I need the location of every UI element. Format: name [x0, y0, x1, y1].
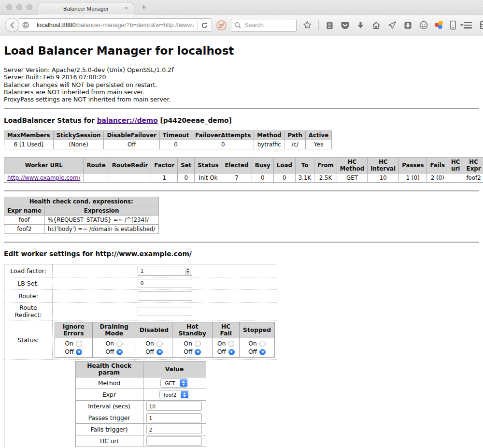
route-label: Route:: [4, 290, 53, 303]
load-factor-value: 1: [138, 268, 185, 274]
passes-trigger-label: Passes trigger: [75, 412, 143, 424]
status-cell-draining-mode: OnOff: [92, 338, 136, 358]
search-bar[interactable]: [231, 19, 297, 32]
radio-hot-standby-off[interactable]: [195, 349, 201, 355]
send-plane-icon[interactable]: [387, 20, 397, 30]
radio-hc-fail-on[interactable]: [228, 341, 234, 347]
server-info-line: Server Version: Apache/2.5.0-dev (Unix) …: [4, 66, 479, 73]
worker-header-load: Load: [273, 158, 295, 173]
stepper-icon[interactable]: [185, 267, 191, 275]
expr-value: hc('body') =~ /domain is established/: [44, 225, 158, 234]
expr-name: foof2: [4, 225, 45, 234]
radio-draining-mode-on[interactable]: [116, 341, 123, 347]
hc-expr-header-row: Expr nameExpression: [4, 206, 159, 216]
radio-hot-standby-on[interactable]: [195, 341, 201, 347]
globe-icon[interactable]: [22, 21, 29, 29]
balancer-header-timeout: Timeout: [159, 131, 192, 140]
status-cell-disabled: OnOff: [136, 338, 172, 358]
content-block-icon[interactable]: [216, 20, 227, 31]
colored-dots-icon[interactable]: [435, 21, 443, 29]
download-arrow-icon[interactable]: [356, 21, 365, 30]
hc-param-row-method: MethodGET: [75, 377, 206, 389]
tab-groups-icon[interactable]: [479, 20, 483, 30]
reload-icon[interactable]: [201, 22, 208, 29]
radio-label: Off: [145, 348, 154, 355]
passes-trigger-input[interactable]: [146, 413, 202, 422]
edit-worker-form: Load factor:1LB Set:Route:Route Redirect…: [4, 264, 277, 448]
caret-down-icon[interactable]: [460, 24, 464, 27]
url-domain: localhost:8880: [37, 22, 76, 29]
radio-draining-mode-off[interactable]: [116, 349, 123, 355]
radio-label: Off: [248, 348, 257, 355]
url-text[interactable]: localhost:8880/balancer-manager?b=demo&w…: [37, 22, 194, 29]
browser-window: Balancer Manager × + localhost:8880/bala…: [0, 0, 483, 448]
health-check-table: Health Check paramValue MethodGETExprfoo…: [75, 361, 206, 447]
radio-stopped-off[interactable]: [259, 349, 266, 355]
window-controls: [6, 4, 32, 10]
balancer-header-stickysession: StickySession: [53, 131, 104, 140]
server-info: Server Version: Apache/2.5.0-dev (Unix) …: [4, 66, 479, 103]
url-divider: [197, 21, 198, 29]
hc-param-row-fails-trigger: Fails trigger): [75, 424, 206, 435]
close-window-button[interactable]: [6, 4, 12, 10]
status-radio-row: OnOffOnOffOnOffOnOffOnOffOnOff: [55, 338, 275, 358]
hc-param-header-value: Value: [143, 361, 206, 377]
route-redirect-input[interactable]: [138, 307, 192, 316]
radio-disabled-off[interactable]: [156, 349, 163, 355]
radio-stopped-on[interactable]: [259, 341, 266, 347]
route-input[interactable]: [138, 291, 192, 301]
radio-label: Off: [105, 348, 114, 355]
worker-cell-to: 3.1K: [295, 173, 314, 183]
pocket-icon[interactable]: [341, 21, 350, 30]
worker-header-busy: Busy: [252, 158, 273, 173]
worker-cell-worker-url: http://www.example.com/: [4, 173, 84, 183]
balancer-demo-link[interactable]: balancer://demo: [97, 116, 158, 124]
device-sync-icon[interactable]: [450, 20, 456, 30]
worker-cell-load: 0: [273, 173, 295, 183]
server-info-line: Server Built: Feb 9 2016 07:00:20: [4, 73, 479, 81]
tab-close-icon[interactable]: ×: [125, 5, 128, 12]
load-factor-input[interactable]: 1: [138, 266, 192, 275]
emoji-smiley-icon[interactable]: [419, 20, 428, 30]
radio-ignore-errors-off[interactable]: [76, 349, 82, 355]
balancer-cell-timeout: 0: [159, 140, 192, 149]
fails-trigger-input[interactable]: [146, 425, 202, 434]
url-bar[interactable]: localhost:8880/balancer-manager?b=demo&w…: [18, 18, 212, 32]
menu-hamburger-icon[interactable]: [464, 22, 472, 29]
worker-header-route: Route: [84, 158, 109, 173]
radio-hc-fail-off[interactable]: [228, 349, 235, 355]
radio-ignore-errors-on[interactable]: [76, 341, 82, 347]
url-divider: [33, 21, 33, 29]
zoom-window-button[interactable]: [27, 4, 32, 10]
form-basic-rows: Load factor:1LB Set:Route:Route Redirect…: [4, 264, 277, 320]
balancer-table: MaxMembersStickySessionDisableFailoverTi…: [4, 130, 332, 149]
radio-label: On: [217, 340, 226, 347]
form-row-route: Route:: [4, 290, 277, 303]
status-header-hot-standby: Hot Standby: [172, 322, 213, 338]
radio-label: Off: [65, 348, 73, 355]
clipboard-icon[interactable]: [325, 21, 334, 30]
method-select[interactable]: GET: [160, 378, 188, 388]
balancer-cell-disablefailover: Off: [104, 140, 159, 149]
status-cell-ignore-errors: OnOff: [55, 338, 93, 358]
home-icon[interactable]: [371, 20, 381, 30]
radio-disabled-on[interactable]: [156, 341, 163, 347]
expr-value: %{REQUEST_STATUS} =~ /^[234]/: [44, 216, 158, 225]
new-tab-button[interactable]: +: [142, 2, 146, 12]
interval-secs-input[interactable]: [146, 402, 202, 411]
worker-header-to: To: [295, 158, 314, 173]
expr-select[interactable]: foof2: [159, 390, 190, 399]
minimize-window-button[interactable]: [16, 4, 22, 10]
save-box-icon[interactable]: [403, 21, 412, 30]
worker-url-link[interactable]: http://www.example.com/: [7, 174, 80, 181]
form-status-row: Status: Ignore ErrorsDraining ModeDisabl…: [4, 320, 277, 360]
hc-uri-input[interactable]: [146, 436, 202, 446]
fails-trigger-label: Fails trigger): [75, 424, 143, 435]
tab-balancer-manager[interactable]: Balancer Manager ×: [38, 2, 134, 14]
worker-cell-routeredir: [109, 173, 151, 183]
bookmark-star-icon[interactable]: [302, 20, 312, 30]
search-input[interactable]: [243, 21, 287, 29]
back-button[interactable]: [5, 18, 19, 32]
lb-set-input[interactable]: [138, 279, 192, 288]
edit-worker-heading: Edit worker settings for http://www.exam…: [4, 250, 479, 258]
